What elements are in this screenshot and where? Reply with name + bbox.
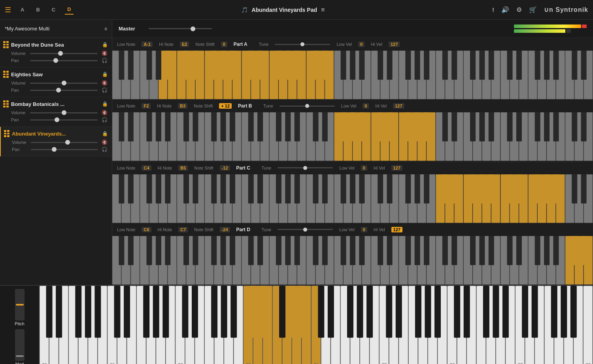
svg-rect-403 xyxy=(322,236,328,265)
low-note-val-c[interactable]: C4 xyxy=(142,165,151,171)
tune-slider-a[interactable] xyxy=(275,44,330,45)
hamburger-icon[interactable]: ☰ xyxy=(5,6,11,14)
volume-slider-1[interactable] xyxy=(30,53,98,54)
multi-menu-icon[interactable]: ≡ xyxy=(104,26,107,32)
lock-icon-4[interactable]: 🔒 xyxy=(102,131,108,136)
svg-rect-505 xyxy=(143,286,149,338)
mod-slider[interactable] xyxy=(15,329,25,361)
hi-note-val-c[interactable]: B5 xyxy=(178,165,188,171)
volume-slider-2[interactable] xyxy=(30,83,98,84)
menu-icon[interactable]: ≡ xyxy=(321,6,325,13)
keyboard-b xyxy=(112,112,593,161)
svg-rect-285 xyxy=(193,174,198,204)
headphone-icon-4[interactable]: 🎧 xyxy=(101,147,108,152)
svg-rect-198 xyxy=(470,112,476,141)
alert-icon[interactable]: ! xyxy=(492,7,494,13)
low-note-label-b: Low Note xyxy=(117,104,135,108)
svg-rect-387 xyxy=(119,236,124,265)
svg-rect-301 xyxy=(405,174,411,204)
cart-icon[interactable]: 🛒 xyxy=(529,6,537,13)
low-note-val-b[interactable]: F2 xyxy=(142,103,151,109)
pitch-slider[interactable] xyxy=(15,289,25,321)
svg-rect-532 xyxy=(502,286,509,338)
svg-rect-524 xyxy=(396,286,402,338)
hi-vel-val-b[interactable]: 127 xyxy=(393,103,404,109)
gear-icon[interactable]: ⚙ xyxy=(516,6,522,13)
master-slider[interactable] xyxy=(149,28,212,29)
instrument-slot-1[interactable]: Beyond the Dune Sea 🔒 Volume 🔇 Pan 🎧 xyxy=(0,38,112,68)
lock-icon-2[interactable]: 🔒 xyxy=(102,72,108,77)
note-shift-val-a[interactable]: 0 xyxy=(221,41,227,47)
lock-icon-3[interactable]: 🔒 xyxy=(102,101,108,107)
svg-rect-89 xyxy=(451,51,457,80)
svg-rect-193 xyxy=(405,112,411,141)
svg-rect-310 xyxy=(516,174,522,204)
hi-note-val-a[interactable]: E2 xyxy=(180,41,189,47)
part-name-c: Part C xyxy=(236,165,255,171)
svg-rect-288 xyxy=(230,174,235,204)
pan-slider-2[interactable] xyxy=(30,90,98,91)
svg-rect-523 xyxy=(386,286,392,338)
tune-slider-c[interactable] xyxy=(278,167,333,168)
low-note-val-d[interactable]: C6 xyxy=(142,227,151,232)
svg-rect-188 xyxy=(341,112,346,141)
svg-rect-203 xyxy=(535,112,540,141)
mute-icon-1[interactable]: 🔇 xyxy=(101,51,108,56)
hi-note-label-b: Hi Note xyxy=(157,104,172,108)
low-vel-val-d[interactable]: 0 xyxy=(361,227,367,232)
low-vel-val-c[interactable]: 0 xyxy=(361,165,367,171)
tune-slider-b[interactable] xyxy=(280,106,335,107)
instrument-slot-2[interactable]: Eighties Saw 🔒 Volume 🔇 Pan 🎧 xyxy=(0,68,112,97)
volume-slider-3[interactable] xyxy=(30,112,98,113)
svg-rect-205 xyxy=(553,112,559,141)
low-note-val-a[interactable]: A-1 xyxy=(142,41,153,47)
mute-icon-2[interactable]: 🔇 xyxy=(101,80,108,86)
hi-vel-val-a[interactable]: 127 xyxy=(389,41,400,47)
lock-icon-1[interactable]: 🔒 xyxy=(102,42,108,47)
note-shift-val-c[interactable]: -12 xyxy=(220,165,230,171)
hi-vel-val-d[interactable]: 127 xyxy=(391,227,402,232)
svg-rect-82 xyxy=(359,51,364,80)
svg-rect-419 xyxy=(535,236,540,265)
low-vel-val-b[interactable]: 0 xyxy=(363,103,369,109)
svg-rect-64 xyxy=(128,51,134,80)
tab-d[interactable]: D xyxy=(65,5,73,15)
grid-icon-1 xyxy=(3,41,9,48)
hi-vel-label-c: Hi Vel xyxy=(374,166,385,170)
part-section-b: Low Note F2 Hi Note B3 Note Shift + 12 P… xyxy=(112,100,593,161)
pan-slider-3[interactable] xyxy=(30,119,98,121)
instrument-slot-4[interactable]: Abundant Vineyards... 🔒 Volume 🔇 Pan 🎧 xyxy=(0,127,112,157)
note-shift-label-b: Note Shift xyxy=(194,104,213,108)
svg-rect-519 xyxy=(328,286,334,338)
speaker-icon[interactable]: 🔊 xyxy=(501,6,509,13)
hi-note-val-d[interactable]: C7 xyxy=(178,227,188,232)
tune-slider-d[interactable] xyxy=(278,229,333,230)
hi-vel-label-d: Hi Vel xyxy=(374,227,385,232)
headphone-icon-2[interactable]: 🎧 xyxy=(101,87,108,93)
svg-rect-422 xyxy=(572,236,577,265)
headphone-icon-1[interactable]: 🎧 xyxy=(101,58,108,63)
note-shift-val-d[interactable]: -24 xyxy=(220,227,230,232)
svg-rect-70 xyxy=(211,51,217,80)
instrument-slot-3[interactable]: Bombay Botanicals ... 🔒 Volume 🔇 Pan 🎧 xyxy=(0,97,112,127)
tab-b[interactable]: B xyxy=(34,5,42,14)
svg-rect-91 xyxy=(479,51,485,80)
svg-rect-518 xyxy=(318,286,324,338)
tab-a[interactable]: A xyxy=(18,5,26,14)
volume-slider-4[interactable] xyxy=(31,142,98,143)
headphone-icon-3[interactable]: 🎧 xyxy=(101,117,108,123)
tab-c[interactable]: C xyxy=(49,5,58,14)
svg-rect-73 xyxy=(248,51,254,80)
mute-icon-4[interactable]: 🔇 xyxy=(101,140,108,145)
hi-vel-val-c[interactable]: 127 xyxy=(391,165,402,171)
svg-rect-180 xyxy=(230,112,235,141)
low-vel-val-a[interactable]: 0 xyxy=(358,41,364,47)
pan-slider-4[interactable] xyxy=(31,149,98,150)
pan-slider-1[interactable] xyxy=(30,60,98,61)
top-bar: ☰ A B C D 🎵 Abundant Vineyards Pad ≡ ! 🔊… xyxy=(0,0,593,20)
svg-rect-78 xyxy=(313,51,318,80)
hi-note-val-b[interactable]: B3 xyxy=(178,103,187,109)
mute-icon-3[interactable]: 🔇 xyxy=(101,110,108,115)
grid-icon-2 xyxy=(3,71,9,78)
note-shift-val-b[interactable]: + 12 xyxy=(219,103,232,109)
